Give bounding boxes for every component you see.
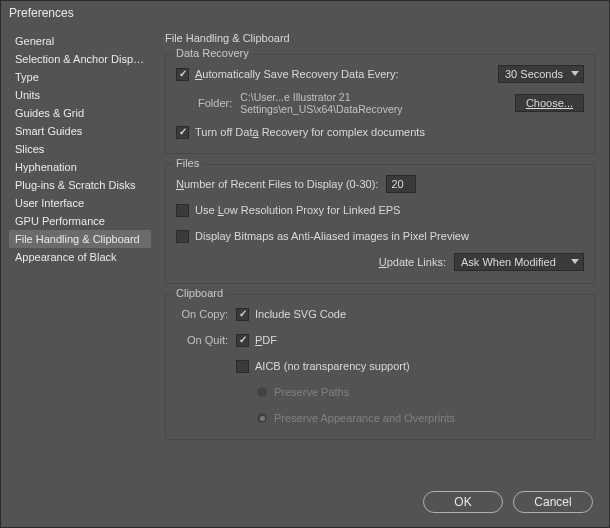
main-panel: File Handling & Clipboard Data Recovery … <box>151 30 601 483</box>
sidebar-item-units[interactable]: Units <box>9 86 151 104</box>
checkbox-display-bitmaps[interactable] <box>176 230 189 243</box>
sidebar-item-type[interactable]: Type <box>9 68 151 86</box>
sidebar-item-gpu[interactable]: GPU Performance <box>9 212 151 230</box>
label-display-bitmaps: Display Bitmaps as Anti-Aliased images i… <box>195 230 469 242</box>
checkbox-low-res-proxy[interactable] <box>176 204 189 217</box>
sidebar-item-guides[interactable]: Guides & Grid <box>9 104 151 122</box>
label-preserve-paths: Preserve Paths <box>274 386 349 398</box>
window-body: General Selection & Anchor Display Type … <box>1 30 609 483</box>
sidebar-item-general[interactable]: General <box>9 32 151 50</box>
sidebar: General Selection & Anchor Display Type … <box>9 30 151 483</box>
label-update-links: Update Links: <box>379 256 446 268</box>
group-label-data-recovery: Data Recovery <box>172 47 253 59</box>
sidebar-item-selection[interactable]: Selection & Anchor Display <box>9 50 151 68</box>
sidebar-item-hyphenation[interactable]: Hyphenation <box>9 158 151 176</box>
input-recent-files[interactable]: 20 <box>386 175 416 193</box>
sidebar-item-ui[interactable]: User Interface <box>9 194 151 212</box>
label-recent-files: Number of Recent Files to Display (0-30)… <box>176 178 378 190</box>
label-on-quit: On Quit: <box>176 334 228 346</box>
ok-button[interactable]: OK <box>423 491 503 513</box>
select-recovery-interval[interactable]: 30 Seconds <box>498 65 584 83</box>
label-on-copy: On Copy: <box>176 308 228 320</box>
label-turnoff-complex: Turn off Data Recovery for complex docum… <box>195 126 425 138</box>
panel-title: File Handling & Clipboard <box>165 32 595 44</box>
select-update-links[interactable]: Ask When Modified <box>454 253 584 271</box>
checkbox-include-svg[interactable] <box>236 308 249 321</box>
footer: OK Cancel <box>1 483 609 527</box>
chevron-down-icon <box>571 71 579 77</box>
sidebar-item-appearance-black[interactable]: Appearance of Black <box>9 248 151 266</box>
folder-path: C:\User...e Illustrator 21 Settings\en_U… <box>240 91 515 115</box>
chevron-down-icon <box>571 259 579 265</box>
checkbox-turnoff-complex[interactable] <box>176 126 189 139</box>
choose-button[interactable]: Choose... <box>515 94 584 112</box>
group-files: Files Number of Recent Files to Display … <box>165 164 595 284</box>
label-pdf: PDF <box>255 334 277 346</box>
label-auto-save: Automatically Save Recovery Data Every: <box>195 68 399 80</box>
window-title: Preferences <box>1 1 609 30</box>
sidebar-item-slices[interactable]: Slices <box>9 140 151 158</box>
radio-preserve-paths <box>256 386 268 398</box>
checkbox-pdf[interactable] <box>236 334 249 347</box>
checkbox-auto-save[interactable] <box>176 68 189 81</box>
sidebar-item-smart-guides[interactable]: Smart Guides <box>9 122 151 140</box>
group-label-files: Files <box>172 157 203 169</box>
label-folder: Folder: <box>198 97 232 109</box>
preferences-window: Preferences General Selection & Anchor D… <box>0 0 610 528</box>
group-data-recovery: Data Recovery Automatically Save Recover… <box>165 54 595 154</box>
sidebar-item-file-handling[interactable]: File Handling & Clipboard <box>9 230 151 248</box>
checkbox-aicb[interactable] <box>236 360 249 373</box>
cancel-button[interactable]: Cancel <box>513 491 593 513</box>
group-clipboard: Clipboard On Copy: Include SVG Code On Q… <box>165 294 595 440</box>
sidebar-item-plugins[interactable]: Plug-ins & Scratch Disks <box>9 176 151 194</box>
label-aicb: AICB (no transparency support) <box>255 360 410 372</box>
label-preserve-appearance: Preserve Appearance and Overprints <box>274 412 455 424</box>
group-label-clipboard: Clipboard <box>172 287 227 299</box>
label-low-res-proxy: Use Low Resolution Proxy for Linked EPS <box>195 204 400 216</box>
label-include-svg: Include SVG Code <box>255 308 346 320</box>
radio-preserve-appearance <box>256 412 268 424</box>
